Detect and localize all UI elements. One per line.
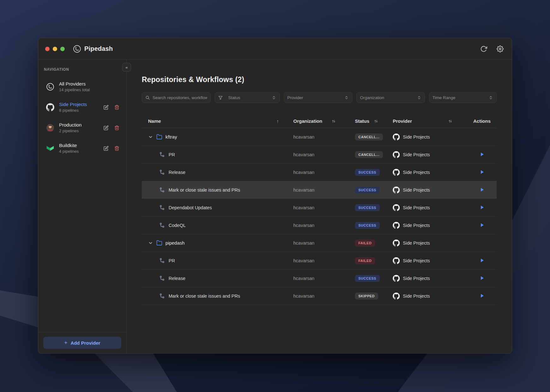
organization-cell: hcavarsan [290,152,352,157]
sidebar-section-label: NAVIGATION [44,67,121,72]
nav-item-label: All Providers [59,81,90,86]
status-filter-select[interactable]: Status [215,92,279,103]
github-icon [393,134,400,140]
status-badge: FAILED [355,240,375,246]
search-input[interactable] [152,95,207,100]
edit-provider-icon[interactable] [104,146,109,151]
workflow-name: Release [169,276,185,281]
table-row-repo[interactable]: kftray hcavarsan CANCELL... Side Project… [142,128,497,146]
repo-name: pipedash [165,240,185,246]
provider-cell: Side Projects [390,275,467,282]
status-badge: CANCELL... [355,151,383,158]
run-workflow-play-button[interactable] [479,293,485,299]
add-provider-button[interactable]: + Add Provider [43,337,121,349]
column-header-provider[interactable]: Provider [390,118,467,124]
sidebar-collapse-button[interactable]: « [122,63,131,72]
organization-cell: hcavarsan [290,170,352,175]
titlebar: Pipedash [38,38,512,60]
chevron-down-icon[interactable] [148,134,153,140]
workflow-name: Dependabot Updates [169,205,212,210]
sidebar: « NAVIGATION All Providers 14 pipelines … [38,60,127,353]
delete-provider-icon[interactable] [114,125,119,130]
column-header-actions: Actions [467,118,497,124]
table-row-workflow[interactable]: PR hcavarsan CANCELL... Side Projects [142,146,497,163]
sort-icon [332,119,336,123]
organization-filter-select[interactable]: Organization [356,92,425,103]
github-icon [393,187,400,193]
column-header-status[interactable]: Status [352,118,390,124]
status-badge: CANCELL... [355,134,383,140]
organization-cell: hcavarsan [290,205,352,210]
nav-item-meta: 2 pipelines [59,128,82,133]
workflow-icon [159,258,165,263]
workflow-name: PR [169,258,175,263]
minimize-window-button[interactable] [53,47,57,51]
status-badge: SKIPPED [355,293,378,300]
run-workflow-play-button[interactable] [479,152,485,157]
nav-item-label: Production [59,122,82,128]
workflow-icon [159,205,165,210]
table-row-workflow[interactable]: CodeQL hcavarsan SUCCESS Side Projects [142,217,497,234]
provider-cell: Side Projects [390,240,467,246]
github-icon [46,103,55,112]
search-icon [145,95,150,100]
run-workflow-play-button[interactable] [479,258,485,264]
sidebar-item-production[interactable]: Production 2 pipelines [44,120,121,136]
github-icon [393,151,400,158]
github-icon [393,293,400,300]
workflow-name: Mark or close stale issues and PRs [169,187,240,193]
main-content: Repositories & Workflows (2) Status Prov… [127,60,512,353]
delete-provider-icon[interactable] [114,146,119,151]
refresh-icon[interactable] [480,45,487,52]
table-row-workflow[interactable]: Dependabot Updates hcavarsan SUCCESS Sid… [142,199,497,217]
app-title: Pipedash [84,45,113,52]
provider-cell: Side Projects [390,151,467,158]
status-badge: SUCCESS [355,222,380,229]
add-provider-label: Add Provider [70,340,100,346]
gear-icon[interactable] [497,45,504,52]
table-row-workflow[interactable]: Release hcavarsan SUCCESS Side Projects [142,163,497,181]
sidebar-item-all-providers[interactable]: All Providers 14 pipelines total [44,79,121,95]
nav-item-label: Side Projects [59,102,87,107]
nav-item-meta: 8 pipelines [59,108,87,113]
delete-provider-icon[interactable] [114,105,119,110]
folder-icon [156,240,162,246]
time-range-filter-select[interactable]: Time Range [429,92,497,103]
organization-cell: hcavarsan [290,134,352,140]
status-badge: SUCCESS [355,275,380,282]
run-workflow-play-button[interactable] [479,187,485,193]
table-row-workflow[interactable]: Mark or close stale issues and PRs hcava… [142,181,497,199]
run-workflow-play-button[interactable] [479,169,485,175]
sidebar-item-buildkite[interactable]: Buildkite 4 pipelines [44,140,121,156]
column-header-name[interactable]: Name ↑ [142,118,290,124]
provider-cell: Side Projects [390,204,467,211]
close-window-button[interactable] [45,47,50,51]
nav-item-label: Buildkite [59,143,79,148]
edit-provider-icon[interactable] [104,125,109,130]
column-header-organization[interactable]: Organization [290,118,352,124]
funnel-icon [218,95,223,100]
run-workflow-play-button[interactable] [479,205,485,211]
search-field[interactable] [142,92,211,103]
table-row-workflow[interactable]: PR hcavarsan FAILED Side Projects [142,252,497,270]
traffic-lights [45,47,65,51]
run-workflow-play-button[interactable] [479,223,485,228]
table-row-repo[interactable]: pipedash hcavarsan FAILED Side Projects [142,234,497,252]
zoom-window-button[interactable] [60,47,65,51]
workflow-icon [159,223,165,228]
organization-cell: hcavarsan [290,294,352,299]
filters-bar: Status Provider Organization Time Range [142,92,497,103]
edit-provider-icon[interactable] [104,105,109,110]
repo-name: kftray [165,134,177,140]
status-badge: SUCCESS [355,204,380,211]
run-workflow-play-button[interactable] [479,276,485,281]
chevron-updown-icon [344,95,349,100]
chevron-down-icon[interactable] [148,241,153,246]
sidebar-item-side-projects[interactable]: Side Projects 8 pipelines [44,99,121,115]
table-row-workflow[interactable]: Release hcavarsan SUCCESS Side Projects [142,270,497,287]
provider-cell: Side Projects [390,257,467,264]
github-icon [393,240,400,246]
provider-filter-select[interactable]: Provider [284,92,352,103]
github-icon [393,169,400,176]
table-row-workflow[interactable]: Mark or close stale issues and PRs hcava… [142,287,497,305]
